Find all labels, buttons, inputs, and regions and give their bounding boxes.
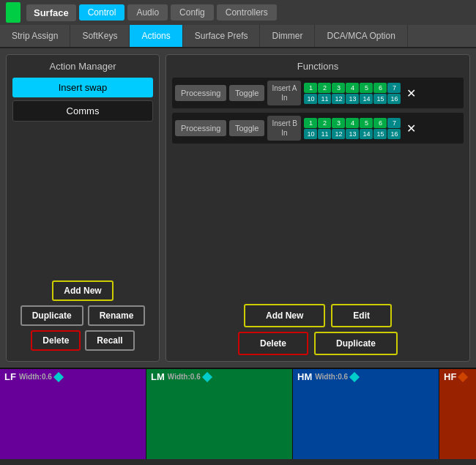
- nav-dca-mca[interactable]: DCA/MCA Option: [315, 25, 407, 47]
- eq-label-lf: LF: [4, 371, 16, 382]
- eq-header-lm: LM Width:0.6: [146, 369, 292, 384]
- nav-dimmer[interactable]: Dimmer: [260, 25, 315, 47]
- action-item-comms[interactable]: Comms: [12, 100, 153, 122]
- action-delete-button[interactable]: Delete: [31, 330, 81, 351]
- num-cell[interactable]: 15: [373, 129, 387, 139]
- num-cell[interactable]: 13: [346, 94, 359, 104]
- nav-surface-prefs[interactable]: Surface Prefs: [183, 25, 261, 47]
- eq-section-lf: LF Width:0.6: [0, 369, 146, 459]
- top-bar: Surface Control Audio Config Controllers: [0, 0, 476, 25]
- action-recall-button[interactable]: Recall: [85, 330, 134, 351]
- eq-diamond-lf[interactable]: [53, 371, 64, 382]
- action-manager-title: Action Manager: [12, 61, 153, 72]
- func-toggle-2[interactable]: Toggle: [229, 120, 264, 136]
- num-cell[interactable]: 14: [360, 94, 373, 104]
- func-num-grid-1a: 1 2 3 4 5 6 7 10 11 12 13 14 15 16: [304, 83, 401, 104]
- functions-title: Functions: [172, 61, 464, 72]
- num-cell[interactable]: 15: [373, 94, 387, 104]
- num-cell[interactable]: 2: [318, 118, 331, 128]
- function-row-2: Processing Toggle Insert B In 1 2 3 4 5 …: [172, 113, 464, 144]
- function-row-1: Processing Toggle Insert A In 1 2 3 4 5 …: [172, 78, 464, 108]
- func-duplicate-button[interactable]: Duplicate: [314, 332, 398, 355]
- eq-label-hm: HM: [297, 371, 312, 382]
- action-list: Insert swap Comms: [12, 78, 153, 280]
- num-cell[interactable]: 12: [332, 94, 345, 104]
- func-tag-2: Processing: [175, 120, 226, 136]
- nav-strip-assign[interactable]: Strip Assign: [0, 25, 70, 47]
- num-cell[interactable]: 10: [304, 129, 317, 139]
- del-recall-row: Delete Recall: [12, 330, 153, 351]
- tab-audio[interactable]: Audio: [127, 4, 168, 21]
- main-content: Action Manager Insert swap Comms Add New…: [0, 48, 476, 368]
- func-btn-row-1: Add New Edit: [172, 304, 464, 327]
- eq-width-lm: Width:0.6: [168, 373, 201, 381]
- eq-body-lf: [0, 384, 146, 459]
- eq-body-hf: [439, 384, 476, 459]
- func-insert-2: Insert B In: [267, 116, 301, 141]
- func-delete-button[interactable]: Delete: [238, 332, 308, 355]
- func-close-1[interactable]: ✕: [404, 86, 419, 100]
- eq-body-lm: [146, 384, 292, 459]
- func-tag-1: Processing: [175, 85, 226, 101]
- num-cell[interactable]: 3: [332, 83, 345, 93]
- eq-width-lf: Width:0.6: [19, 373, 52, 381]
- func-toggle-1[interactable]: Toggle: [229, 85, 264, 101]
- num-cell[interactable]: 1: [304, 83, 317, 93]
- num-cell[interactable]: 10: [304, 94, 317, 104]
- eq-label-lm: LM: [151, 371, 165, 382]
- num-cell[interactable]: 12: [332, 129, 345, 139]
- num-cell[interactable]: 5: [360, 83, 373, 93]
- num-cell[interactable]: 6: [373, 83, 387, 93]
- eq-diamond-hf[interactable]: [458, 371, 468, 382]
- eq-width-hm: Width:0.6: [315, 373, 348, 381]
- dup-rename-row: Duplicate Rename: [12, 305, 153, 326]
- func-btn-row-2: Delete Duplicate: [172, 332, 464, 355]
- eq-diamond-hm[interactable]: [349, 371, 360, 382]
- eq-diamond-lm[interactable]: [202, 371, 212, 382]
- logo-green: [6, 2, 21, 23]
- tab-control[interactable]: Control: [79, 4, 125, 21]
- nav-softkeys[interactable]: SoftKeys: [70, 25, 130, 47]
- num-cell[interactable]: 1: [304, 118, 317, 128]
- num-cell[interactable]: 16: [387, 94, 401, 104]
- eq-header-lf: LF Width:0.6: [0, 369, 146, 384]
- num-cell[interactable]: 14: [360, 129, 373, 139]
- eq-body-hm: [293, 384, 439, 459]
- num-cell[interactable]: 7: [387, 118, 401, 128]
- num-cell[interactable]: 11: [318, 94, 331, 104]
- num-cell[interactable]: 11: [318, 129, 331, 139]
- num-cell[interactable]: 7: [387, 83, 401, 93]
- nav-bar: Strip Assign SoftKeys Actions Surface Pr…: [0, 25, 476, 48]
- action-duplicate-button[interactable]: Duplicate: [21, 305, 83, 326]
- num-cell[interactable]: 4: [346, 83, 359, 93]
- eq-bar: LF Width:0.6 LM Width:0.6 HM Width:0.6 H…: [0, 368, 476, 459]
- add-new-row: Add New: [12, 280, 153, 301]
- func-edit-button[interactable]: Edit: [331, 304, 392, 327]
- num-cell[interactable]: 3: [332, 118, 345, 128]
- tab-controllers[interactable]: Controllers: [217, 4, 277, 21]
- func-add-new-button[interactable]: Add New: [244, 304, 325, 327]
- func-close-2[interactable]: ✕: [404, 122, 419, 135]
- tab-config[interactable]: Config: [171, 4, 214, 21]
- num-cell[interactable]: 16: [387, 129, 401, 139]
- action-item-insert-swap[interactable]: Insert swap: [12, 78, 153, 97]
- functions-list: Processing Toggle Insert A In 1 2 3 4 5 …: [172, 78, 464, 298]
- num-cell[interactable]: 4: [346, 118, 359, 128]
- action-add-new-button[interactable]: Add New: [52, 280, 113, 301]
- action-manager-panel: Action Manager Insert swap Comms Add New…: [6, 54, 160, 362]
- eq-section-hf: HF: [439, 369, 476, 459]
- num-cell[interactable]: 13: [346, 129, 359, 139]
- eq-label-hf: HF: [444, 371, 456, 382]
- functions-btn-area: Add New Edit Delete Duplicate: [172, 304, 464, 355]
- eq-header-hm: HM Width:0.6: [293, 369, 439, 384]
- nav-actions[interactable]: Actions: [130, 25, 182, 47]
- num-cell[interactable]: 5: [360, 118, 373, 128]
- functions-panel: Functions Processing Toggle Insert A In …: [166, 54, 470, 362]
- func-insert-1: Insert A In: [267, 81, 301, 105]
- action-rename-button[interactable]: Rename: [88, 305, 146, 326]
- num-cell[interactable]: 2: [318, 83, 331, 93]
- eq-section-lm: LM Width:0.6: [146, 369, 293, 459]
- func-num-grid-2a: 1 2 3 4 5 6 7 10 11 12 13 14 15 16: [304, 118, 401, 139]
- num-cell[interactable]: 6: [373, 118, 387, 128]
- surface-label: Surface: [26, 4, 76, 21]
